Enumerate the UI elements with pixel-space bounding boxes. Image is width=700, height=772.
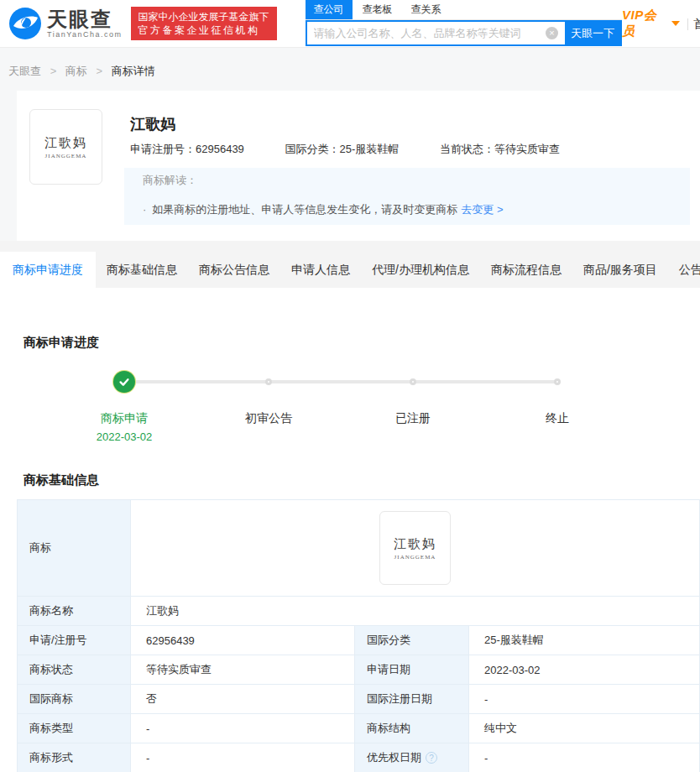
trademark-meta: 申请注册号：62956439 国际分类：25-服装鞋帽 当前状态：等待实质审查	[130, 142, 598, 157]
change-link[interactable]: 去变更 >	[461, 203, 503, 216]
basic-info-table: 商标 江歌妈 JIANGGEMA 商标名称 江歌妈 申请/注册号 6295643…	[17, 499, 700, 772]
search-input[interactable]	[307, 22, 546, 44]
clear-icon[interactable]: ×	[546, 27, 558, 39]
row-value-intl-class: 25-服装鞋帽	[469, 626, 700, 655]
caret-down-icon	[671, 21, 680, 26]
trademark-main: 江歌妈 申请注册号：62956439 国际分类：25-服装鞋帽 当前状态：等待实…	[130, 109, 598, 185]
meta-class-value: 25-服装鞋帽	[339, 143, 399, 155]
row-value-name: 江歌妈	[131, 597, 700, 626]
trademark-image-text: 江歌妈	[44, 135, 87, 151]
step-label: 商标申请	[101, 409, 148, 426]
row-label-type: 商标类型	[18, 714, 131, 743]
row-label-status: 商标状态	[18, 655, 131, 685]
tab-process-info[interactable]: 商标流程信息	[480, 252, 572, 288]
timeline-step-registered: 已注册	[341, 371, 485, 445]
trademark-image: 江歌妈 JIANGGEMA	[29, 109, 102, 185]
search-tab-boss[interactable]: 查老板	[361, 0, 394, 19]
insight-line: ·如果商标的注册地址、申请人等信息发生变化，请及时变更商标去变更 >	[143, 202, 690, 217]
row-value-reg-no: 62956439	[131, 626, 355, 655]
tab-announcement-info[interactable]: 商标公告信息	[188, 252, 280, 288]
logo[interactable]: 天眼查 TianYanCha.com	[8, 7, 123, 40]
content: 商标申请进度 商标申请 2022-03-02 初审公告 已注册	[0, 288, 700, 772]
row-value-intl-trademark: 否	[131, 685, 355, 714]
breadcrumb: 天眼查 > 商标 > 商标详情	[0, 48, 700, 91]
meta-class: 国际分类：25-服装鞋帽	[285, 143, 399, 155]
insight-text: 如果商标的注册地址、申请人等信息发生变化，请及时变更商标	[152, 203, 457, 216]
tab-trademark-progress[interactable]: 商标申请进度	[0, 252, 96, 288]
step-done-circle	[113, 371, 135, 393]
row-label-priority-date: 优先权日期 ?	[355, 743, 469, 772]
step-pending-circle	[410, 378, 416, 385]
help-icon[interactable]: ?	[426, 752, 437, 764]
trademark-image-text: 江歌妈	[394, 536, 436, 552]
search-tab-company[interactable]: 查公司	[306, 0, 353, 19]
row-value-structure: 纯中文	[469, 714, 700, 743]
row-label-form: 商标形式	[18, 743, 131, 772]
breadcrumb-separator: >	[50, 65, 57, 77]
timeline-step-preliminary: 初审公告	[196, 371, 341, 445]
trademark-image-table[interactable]: 江歌妈 JIANGGEMA	[379, 511, 451, 585]
section-title-basic-info: 商标基础信息	[0, 445, 700, 487]
tab-goods-services[interactable]: 商品/服务项目	[572, 252, 668, 288]
row-value-apply-date: 2022-03-02	[469, 655, 700, 685]
header: 天眼查 TianYanCha.com 国家中小企业发展子基金旗下 官方备案企业征…	[0, 0, 700, 48]
tianyancha-eye-icon	[8, 7, 42, 40]
row-value-intl-reg-date: -	[469, 685, 700, 714]
row-label-name: 商标名称	[18, 597, 131, 626]
logo-text: 天眼查 TianYanCha.com	[47, 8, 123, 39]
step-label: 初审公告	[245, 409, 292, 426]
section-tabs: 商标申请进度 商标基础信息 商标公告信息 申请人信息 代理/办理机构信息 商标流…	[0, 252, 700, 288]
nav-home-link[interactable]: 首页	[693, 17, 700, 32]
timeline-step-terminated: 终止	[485, 371, 629, 445]
progress-timeline: 商标申请 2022-03-02 初审公告 已注册 终止	[52, 371, 700, 445]
breadcrumb-current: 商标详情	[112, 65, 155, 77]
bullet-mark: ·	[143, 203, 146, 216]
search-area: 查公司 查老板 查关系 × 天眼一下	[306, 1, 622, 46]
badge-line1: 国家中小企业发展子基金旗下	[138, 10, 269, 23]
vip-link[interactable]: VIP会员	[622, 8, 680, 39]
section-tabbar: 商标申请进度 商标基础信息 商标公告信息 申请人信息 代理/办理机构信息 商标流…	[0, 241, 700, 288]
page-title: 江歌妈	[130, 114, 598, 134]
row-value-type: -	[131, 714, 355, 743]
breadcrumb-item-home[interactable]: 天眼查	[8, 65, 41, 77]
row-label-trademark: 商标	[18, 500, 131, 597]
row-label-intl-class: 国际分类	[355, 626, 469, 655]
trademark-image-subtext: JIANGGEMA	[45, 153, 87, 159]
vip-label: VIP会员	[622, 8, 667, 39]
page: 天眼查 TianYanCha.com 国家中小企业发展子基金旗下 官方备案企业征…	[0, 0, 700, 772]
trademark-image-subtext: JIANGGEMA	[394, 554, 436, 561]
meta-reg-no: 申请注册号：62956439	[130, 143, 244, 155]
meta-status-label: 当前状态：	[440, 143, 494, 155]
search-tabs: 查公司 查老板 查关系	[306, 3, 622, 20]
row-label-structure: 商标结构	[355, 714, 469, 743]
search-button[interactable]: 天眼一下	[565, 22, 620, 44]
row-value-status: 等待实质审查	[131, 655, 355, 685]
step-label: 已注册	[395, 409, 431, 426]
logo-title: 天眼查	[47, 8, 123, 30]
breadcrumb-separator: >	[96, 65, 102, 77]
row-label-reg-no: 申请/注册号	[18, 626, 131, 655]
tab-notice-info[interactable]: 公告信息	[668, 252, 700, 288]
row-label-intl-reg-date: 国际注册日期	[355, 685, 469, 714]
meta-reg-no-label: 申请注册号：	[130, 143, 196, 155]
row-value-priority-date: -	[469, 743, 700, 772]
timeline-step-applied: 商标申请 2022-03-02	[52, 371, 196, 445]
meta-status-value: 等待实质审查	[494, 143, 560, 155]
priority-date-label: 优先权日期	[367, 750, 421, 765]
trademark-summary-card: 江歌妈 JIANGGEMA 江歌妈 申请注册号：62956439 国际分类：25…	[17, 91, 700, 241]
search-tab-relation[interactable]: 查关系	[410, 0, 443, 19]
step-pending-circle	[265, 378, 272, 385]
row-value-trademark: 江歌妈 JIANGGEMA	[131, 500, 700, 597]
badge-line2: 官方备案企业征信机构	[138, 23, 269, 37]
tab-applicant-info[interactable]: 申请人信息	[280, 252, 361, 288]
section-title-progress: 商标申请进度	[0, 288, 700, 349]
tab-basic-info[interactable]: 商标基础信息	[96, 252, 188, 288]
breadcrumb-item-trademark[interactable]: 商标	[65, 65, 87, 77]
tab-agency-info[interactable]: 代理/办理机构信息	[361, 252, 480, 288]
check-icon	[118, 375, 131, 389]
meta-status: 当前状态：等待实质审查	[440, 143, 560, 155]
step-label: 终止	[546, 409, 569, 426]
search-box: × 天眼一下	[306, 20, 622, 46]
row-label-intl-trademark: 国际商标	[18, 685, 131, 714]
meta-class-label: 国际分类：	[285, 143, 339, 155]
